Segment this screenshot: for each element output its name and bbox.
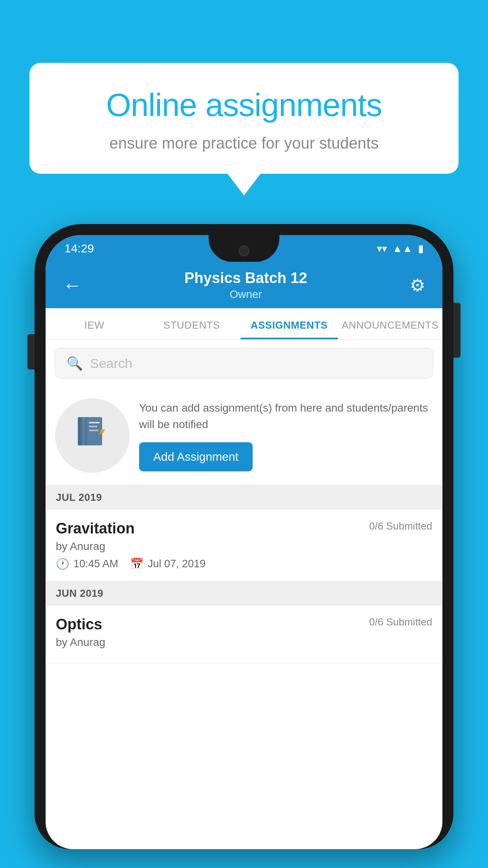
assignment-item-optics[interactable]: Optics 0/6 Submitted by Anurag: [46, 606, 442, 664]
assignment-top-row: Gravitation 0/6 Submitted: [56, 520, 432, 537]
status-time: 14:29: [64, 242, 94, 255]
search-container: 🔍 Search: [46, 340, 442, 386]
search-placeholder: Search: [90, 356, 132, 371]
svg-rect-3: [89, 422, 100, 423]
power-button: [453, 303, 460, 358]
speech-bubble-container: Online assignments ensure more practice …: [29, 63, 459, 195]
svg-rect-2: [85, 417, 87, 445]
notebook-icon: [75, 414, 110, 458]
assignment-date: 📅 Jul 07, 2019: [130, 557, 205, 570]
tab-students[interactable]: STUDENTS: [143, 308, 240, 339]
speech-bubble: Online assignments ensure more practice …: [29, 63, 459, 174]
assignment-top-row-optics: Optics 0/6 Submitted: [56, 616, 432, 633]
tab-view[interactable]: IEW: [46, 308, 143, 339]
assignment-title: Gravitation: [56, 520, 135, 537]
clock-icon: 🕐: [56, 557, 70, 570]
add-assignment-button[interactable]: Add Assignment: [139, 442, 253, 471]
tab-assignments[interactable]: ASSIGNMENTS: [240, 308, 338, 339]
svg-rect-4: [89, 426, 97, 427]
assignment-author: by Anurag: [56, 540, 432, 553]
back-button[interactable]: ←: [63, 274, 82, 296]
empty-state: You can add assignment(s) from here and …: [46, 386, 442, 485]
search-icon: 🔍: [66, 355, 83, 371]
status-icons: ▾▾ ▲▲ ▮: [377, 243, 424, 255]
app-bar-title-group: Physics Batch 12 Owner: [184, 270, 307, 301]
section-header-jun: JUN 2019: [46, 581, 442, 606]
assignment-time-value: 10:45 AM: [73, 558, 118, 570]
wifi-icon: ▾▾: [377, 243, 387, 255]
tabs-container: IEW STUDENTS ASSIGNMENTS ANNOUNCEMENTS: [46, 308, 442, 340]
assignment-submitted-count: 0/6 Submitted: [369, 520, 432, 532]
assignment-item-gravitation[interactable]: Gravitation 0/6 Submitted by Anurag 🕐 10…: [46, 510, 442, 581]
section-header-jul: JUL 2019: [46, 485, 442, 510]
app-bar: ← Physics Batch 12 Owner ⚙: [46, 262, 442, 308]
assignment-author-optics: by Anurag: [56, 636, 432, 649]
assignment-submitted-count-optics: 0/6 Submitted: [369, 616, 432, 628]
phone-container: 14:29 ▾▾ ▲▲ ▮ ← Physics Batch 12 Owner ⚙: [35, 224, 453, 868]
speech-bubble-title: Online assignments: [61, 86, 427, 123]
settings-icon[interactable]: ⚙: [410, 275, 425, 295]
svg-point-7: [100, 429, 104, 433]
assignment-icon-circle: [55, 398, 130, 473]
speech-bubble-subtitle: ensure more practice for your students: [61, 134, 427, 152]
app-bar-subtitle: Owner: [184, 288, 307, 301]
assignment-time: 🕐 10:45 AM: [56, 557, 118, 570]
notch: [209, 235, 279, 262]
empty-state-description: You can add assignment(s) from here and …: [139, 400, 433, 433]
app-bar-title: Physics Batch 12: [184, 270, 307, 287]
phone-screen: 14:29 ▾▾ ▲▲ ▮ ← Physics Batch 12 Owner ⚙: [46, 235, 442, 849]
assignment-title-optics: Optics: [56, 616, 102, 633]
assignment-date-value: Jul 07, 2019: [148, 558, 205, 570]
camera: [238, 245, 250, 256]
empty-state-content: You can add assignment(s) from here and …: [139, 400, 433, 471]
assignment-meta: 🕐 10:45 AM 📅 Jul 07, 2019: [56, 557, 432, 570]
signal-icon: ▲▲: [393, 243, 413, 255]
speech-bubble-arrow: [227, 174, 261, 195]
search-input[interactable]: 🔍 Search: [55, 348, 433, 379]
tab-announcements[interactable]: ANNOUNCEMENTS: [338, 308, 442, 339]
svg-rect-1: [78, 417, 82, 445]
phone-body: 14:29 ▾▾ ▲▲ ▮ ← Physics Batch 12 Owner ⚙: [35, 224, 453, 849]
svg-rect-5: [89, 430, 99, 431]
calendar-icon: 📅: [130, 557, 144, 570]
battery-icon: ▮: [418, 243, 424, 255]
volume-button: [28, 334, 35, 370]
